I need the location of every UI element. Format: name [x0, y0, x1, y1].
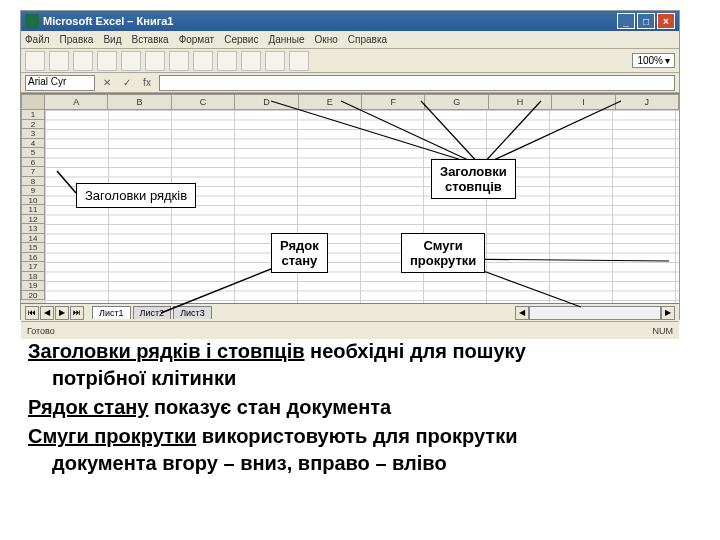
- col-header-G[interactable]: G: [425, 94, 488, 110]
- row-header-10[interactable]: 10: [21, 196, 45, 206]
- new-button[interactable]: [25, 51, 45, 71]
- standard-toolbar: 100% ▾: [21, 49, 679, 73]
- confirm-icon[interactable]: ✓: [119, 75, 135, 91]
- col-header-D[interactable]: D: [235, 94, 298, 110]
- text-p3-b: використовують для прокрутки: [196, 425, 517, 447]
- annotation-scrollbars-l1: Смуги: [423, 238, 462, 253]
- text-p2-b: показує стан документа: [148, 396, 391, 418]
- row-header-17[interactable]: 17: [21, 262, 45, 272]
- col-header-J[interactable]: J: [616, 94, 679, 110]
- status-bar: Готово NUM: [21, 321, 679, 339]
- text-p3-c: документа вгору – вниз, вправо – вліво: [28, 450, 692, 477]
- undo-button[interactable]: [193, 51, 213, 71]
- row-header-5[interactable]: 5: [21, 148, 45, 158]
- menu-window[interactable]: Окно: [315, 34, 338, 45]
- sum-button[interactable]: [241, 51, 261, 71]
- scroll-track[interactable]: [529, 306, 661, 320]
- term-row-col-headers: Заголовки рядків і стовпців: [28, 340, 305, 362]
- excel-icon: [25, 14, 39, 28]
- menubar: Файл Правка Вид Вставка Формат Сервис Да…: [21, 31, 679, 49]
- horizontal-scrollbar[interactable]: ◀ ▶: [515, 306, 675, 320]
- menu-edit[interactable]: Правка: [60, 34, 94, 45]
- row-header-6[interactable]: 6: [21, 158, 45, 168]
- zoom-selector[interactable]: 100% ▾: [632, 53, 675, 68]
- sheet-tab-2[interactable]: Лист2: [133, 306, 172, 319]
- sheet-tab-bar: ⏮ ◀ ▶ ⏭ Лист1 Лист2 Лист3 ◀ ▶: [21, 303, 679, 321]
- chart-button[interactable]: [289, 51, 309, 71]
- cut-button[interactable]: [121, 51, 141, 71]
- term-scrollbars: Смуги прокрутки: [28, 425, 196, 447]
- annotation-row-headers-label: Заголовки рядків: [85, 188, 187, 203]
- tab-nav-last[interactable]: ⏭: [70, 306, 84, 320]
- save-button[interactable]: [73, 51, 93, 71]
- row-header-19[interactable]: 19: [21, 281, 45, 291]
- row-header-16[interactable]: 16: [21, 253, 45, 263]
- print-button[interactable]: [97, 51, 117, 71]
- row-header-18[interactable]: 18: [21, 272, 45, 282]
- col-header-A[interactable]: A: [45, 94, 108, 110]
- open-button[interactable]: [49, 51, 69, 71]
- excel-screenshot: Microsoft Excel – Книга1 _ □ × Файл Прав…: [20, 10, 680, 320]
- menu-data[interactable]: Данные: [268, 34, 304, 45]
- col-header-F[interactable]: F: [362, 94, 425, 110]
- menu-format[interactable]: Формат: [179, 34, 215, 45]
- paste-button[interactable]: [169, 51, 189, 71]
- name-box[interactable]: Arial Cyr: [25, 75, 95, 91]
- row-header-1[interactable]: 1: [21, 110, 45, 120]
- menu-tools[interactable]: Сервис: [224, 34, 258, 45]
- annotation-column-headers: Заголовки стовпців: [431, 159, 516, 199]
- tab-nav-prev[interactable]: ◀: [40, 306, 54, 320]
- close-button[interactable]: ×: [657, 13, 675, 29]
- row-header-12[interactable]: 12: [21, 215, 45, 225]
- tab-nav-first[interactable]: ⏮: [25, 306, 39, 320]
- row-header-11[interactable]: 11: [21, 205, 45, 215]
- scroll-left-icon[interactable]: ◀: [515, 306, 529, 320]
- window-controls: _ □ ×: [617, 13, 675, 29]
- column-headers: A B C D E F G H I J: [45, 94, 679, 110]
- sheet-tab-1[interactable]: Лист1: [92, 306, 131, 319]
- row-header-13[interactable]: 13: [21, 224, 45, 234]
- annotation-status-row: Рядок стану: [271, 233, 328, 273]
- annotation-scrollbars: Смуги прокрутки: [401, 233, 485, 273]
- sort-button[interactable]: [265, 51, 285, 71]
- row-headers: 1 2 3 4 5 6 7 8 9 10 11 12 13 14 15 16 1…: [21, 94, 45, 303]
- row-header-2[interactable]: 2: [21, 120, 45, 130]
- annotation-status-row-l2: стану: [281, 253, 317, 268]
- minimize-button[interactable]: _: [617, 13, 635, 29]
- col-header-I[interactable]: I: [552, 94, 615, 110]
- copy-button[interactable]: [145, 51, 165, 71]
- redo-button[interactable]: [217, 51, 237, 71]
- annotation-row-headers: Заголовки рядків: [76, 183, 196, 208]
- row-header-14[interactable]: 14: [21, 234, 45, 244]
- maximize-button[interactable]: □: [637, 13, 655, 29]
- numlock-indicator: NUM: [653, 326, 674, 336]
- annotation-scrollbars-l2: прокрутки: [410, 253, 476, 268]
- col-header-C[interactable]: C: [172, 94, 235, 110]
- scroll-right-icon[interactable]: ▶: [661, 306, 675, 320]
- formula-input[interactable]: [159, 75, 675, 91]
- window-title: Microsoft Excel – Книга1: [43, 15, 173, 27]
- annotation-column-headers-l2: стовпців: [445, 179, 502, 194]
- menu-view[interactable]: Вид: [103, 34, 121, 45]
- row-header-4[interactable]: 4: [21, 139, 45, 149]
- tab-nav-next[interactable]: ▶: [55, 306, 69, 320]
- menu-help[interactable]: Справка: [348, 34, 387, 45]
- fx-icon[interactable]: fx: [139, 75, 155, 91]
- row-header-3[interactable]: 3: [21, 129, 45, 139]
- text-p1-b: необхідні для пошуку: [305, 340, 526, 362]
- row-header-8[interactable]: 8: [21, 177, 45, 187]
- col-header-H[interactable]: H: [489, 94, 552, 110]
- sheet-tab-3[interactable]: Лист3: [173, 306, 212, 319]
- formula-bar: Arial Cyr ✕ ✓ fx: [21, 73, 679, 93]
- row-header-20[interactable]: 20: [21, 291, 45, 301]
- menu-file[interactable]: Файл: [25, 34, 50, 45]
- row-header-15[interactable]: 15: [21, 243, 45, 253]
- row-header-9[interactable]: 9: [21, 186, 45, 196]
- col-header-B[interactable]: B: [108, 94, 171, 110]
- menu-insert[interactable]: Вставка: [131, 34, 168, 45]
- select-all-corner[interactable]: [21, 94, 45, 110]
- col-header-E[interactable]: E: [299, 94, 362, 110]
- row-header-7[interactable]: 7: [21, 167, 45, 177]
- status-text: Готово: [27, 326, 55, 336]
- cancel-icon[interactable]: ✕: [99, 75, 115, 91]
